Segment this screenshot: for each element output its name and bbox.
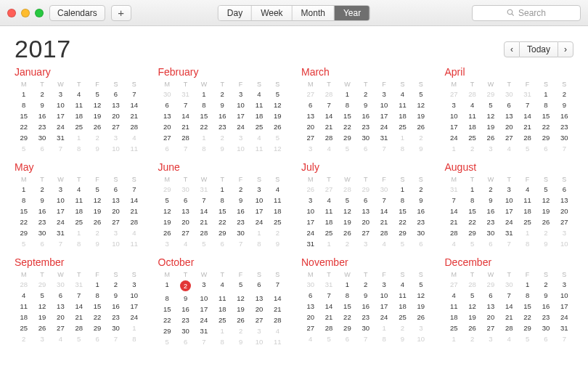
next-button[interactable]: › <box>558 41 573 57</box>
day-cell[interactable]: 4 <box>445 290 463 301</box>
day-cell[interactable]: 22 <box>15 216 33 227</box>
day-cell[interactable]: 20 <box>481 312 499 323</box>
day-cell[interactable]: 18 <box>393 110 412 121</box>
day-cell[interactable]: 27 <box>52 323 70 333</box>
day-cell[interactable]: 10 <box>125 290 143 301</box>
day-cell[interactable]: 30 <box>412 227 430 238</box>
day-cell[interactable]: 4 <box>393 279 412 290</box>
day-cell[interactable]: 20 <box>176 216 195 227</box>
day-cell[interactable]: 14 <box>269 293 287 304</box>
day-cell[interactable]: 28 <box>319 323 338 333</box>
day-cell[interactable]: 14 <box>70 301 88 312</box>
day-cell[interactable]: 22 <box>158 315 176 325</box>
day-cell[interactable]: 13 <box>301 301 319 312</box>
day-cell[interactable]: 20 <box>301 312 319 323</box>
day-cell[interactable]: 20 <box>555 206 573 216</box>
day-cell[interactable]: 14 <box>375 206 393 216</box>
day-cell[interactable]: 29 <box>536 132 555 143</box>
day-cell[interactable]: 7 <box>70 290 88 301</box>
day-cell[interactable]: 21 <box>445 216 463 227</box>
day-cell[interactable]: 6 <box>176 195 195 206</box>
day-cell[interactable]: 26 <box>463 323 481 333</box>
prev-button[interactable]: ‹ <box>504 41 520 57</box>
day-cell[interactable]: 9 <box>107 290 125 301</box>
day-cell[interactable]: 25 <box>393 121 412 132</box>
day-cell[interactable]: 8 <box>158 293 176 304</box>
day-cell[interactable]: 25 <box>463 132 481 143</box>
day-cell[interactable]: 15 <box>195 110 213 121</box>
day-cell[interactable]: 28 <box>518 132 536 143</box>
day-cell[interactable]: 3 <box>375 279 393 290</box>
day-cell[interactable]: 8 <box>338 100 356 110</box>
day-cell[interactable]: 1 <box>213 184 232 195</box>
day-cell[interactable]: 5 <box>269 89 287 100</box>
day-cell[interactable]: 23 <box>481 216 499 227</box>
day-cell[interactable]: 20 <box>107 206 125 216</box>
day-cell[interactable]: 31 <box>500 227 518 238</box>
view-month[interactable]: Month <box>293 6 335 20</box>
day-cell[interactable]: 22 <box>536 121 555 132</box>
day-cell[interactable]: 21 <box>518 121 536 132</box>
day-cell[interactable]: 17 <box>555 301 573 312</box>
day-cell[interactable]: 11 <box>15 301 33 312</box>
day-cell[interactable]: 29 <box>463 227 481 238</box>
day-cell[interactable]: 26 <box>269 121 287 132</box>
day-cell[interactable]: 16 <box>356 110 375 121</box>
day-cell[interactable]: 26 <box>88 121 106 132</box>
day-cell[interactable]: 12 <box>536 195 555 206</box>
day-cell[interactable]: 3 <box>125 279 143 290</box>
day-cell[interactable]: 16 <box>412 206 430 216</box>
day-cell[interactable]: 13 <box>356 206 375 216</box>
day-cell[interactable]: 2 <box>555 89 573 100</box>
day-cell[interactable]: 21 <box>70 312 88 323</box>
day-cell[interactable]: 29 <box>393 227 412 238</box>
day-cell[interactable]: 4 <box>269 184 287 195</box>
day-cell[interactable]: 10 <box>195 293 213 304</box>
day-cell[interactable]: 10 <box>445 110 463 121</box>
day-cell[interactable]: 29 <box>518 323 536 333</box>
day-cell[interactable]: 5 <box>412 89 430 100</box>
day-cell[interactable]: 11 <box>393 290 412 301</box>
day-cell[interactable]: 23 <box>33 216 51 227</box>
day-cell[interactable]: 12 <box>481 110 499 121</box>
day-cell[interactable]: 6 <box>301 100 319 110</box>
day-cell[interactable]: 21 <box>375 216 393 227</box>
day-cell[interactable]: 26 <box>232 315 250 325</box>
day-cell[interactable]: 11 <box>319 206 338 216</box>
day-cell[interactable]: 15 <box>158 304 176 315</box>
day-cell[interactable]: 15 <box>88 301 106 312</box>
day-cell[interactable]: 29 <box>158 325 176 336</box>
day-cell[interactable]: 21 <box>269 304 287 315</box>
day-cell[interactable]: 10 <box>250 195 268 206</box>
day-cell[interactable]: 21 <box>176 121 195 132</box>
day-cell[interactable]: 27 <box>301 132 319 143</box>
day-cell[interactable]: 15 <box>213 206 232 216</box>
day-cell[interactable]: 1 <box>88 279 106 290</box>
day-cell[interactable]: 28 <box>269 315 287 325</box>
day-cell[interactable]: 6 <box>356 195 375 206</box>
day-cell[interactable]: 28 <box>195 227 213 238</box>
day-cell[interactable]: 16 <box>176 304 195 315</box>
day-cell[interactable]: 19 <box>158 216 176 227</box>
day-cell[interactable]: 5 <box>536 184 555 195</box>
day-cell[interactable]: 29 <box>15 132 33 143</box>
day-cell[interactable]: 21 <box>125 206 143 216</box>
day-cell[interactable]: 16 <box>33 206 51 216</box>
day-cell[interactable]: 7 <box>518 100 536 110</box>
day-cell[interactable]: 26 <box>536 216 555 227</box>
calendars-button[interactable]: Calendars <box>49 5 105 21</box>
day-cell[interactable]: 8 <box>463 195 481 206</box>
day-cell[interactable]: 9 <box>33 100 51 110</box>
day-cell[interactable]: 10 <box>375 290 393 301</box>
day-cell[interactable]: 11 <box>445 301 463 312</box>
day-cell[interactable]: 15 <box>15 206 33 216</box>
day-cell[interactable]: 7 <box>375 195 393 206</box>
day-cell[interactable]: 2 <box>536 279 555 290</box>
day-cell[interactable]: 7 <box>269 279 287 293</box>
day-cell[interactable]: 23 <box>555 121 573 132</box>
day-cell[interactable]: 16 <box>356 301 375 312</box>
day-cell[interactable]: 2 <box>33 89 51 100</box>
day-cell[interactable]: 23 <box>232 216 250 227</box>
day-cell[interactable]: 30 <box>107 323 125 333</box>
day-cell[interactable]: 26 <box>412 312 430 323</box>
